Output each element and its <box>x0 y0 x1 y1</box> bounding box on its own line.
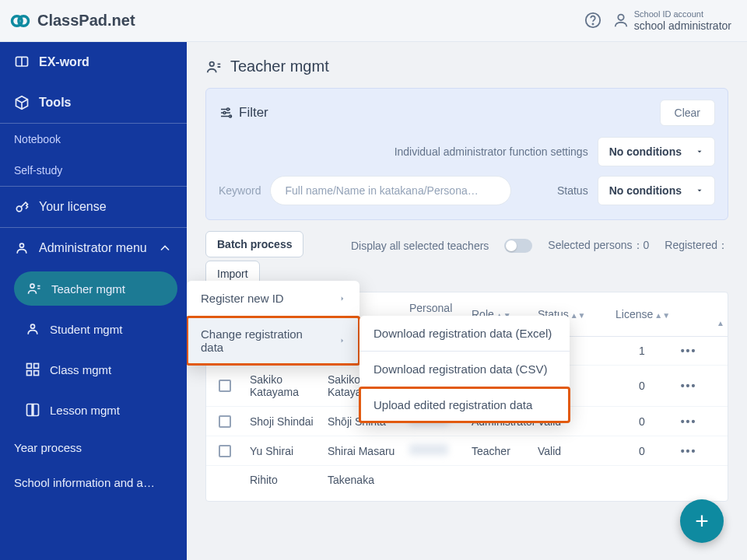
menu-item-register-new[interactable]: Register new ID <box>187 281 359 316</box>
svg-point-8 <box>30 284 34 288</box>
cell-name: Sakiko Katayama <box>245 373 323 398</box>
menu-item-upload-edited[interactable]: Upload edited registration data <box>359 387 570 422</box>
user-icon <box>14 240 30 256</box>
plus-icon: + <box>695 508 709 534</box>
row-actions-button[interactable]: ••• <box>681 380 697 392</box>
indiv-admin-select[interactable]: No conditions <box>598 137 715 166</box>
sidebar-item-tools[interactable]: Tools <box>0 82 187 124</box>
label: Lesson mgmt <box>50 404 120 417</box>
sort-icon: ▲▼ <box>570 311 586 320</box>
registered-label: Registered： <box>665 239 728 253</box>
teacher-icon <box>205 58 223 75</box>
cell-name: Yu Shirai <box>245 445 323 457</box>
cell-pid-blurred <box>409 444 448 455</box>
row-actions-button[interactable]: ••• <box>681 445 697 457</box>
svg-point-3 <box>592 24 593 25</box>
sidebar-item-lesson-mgmt[interactable]: Lesson mgmt <box>0 390 187 430</box>
key-icon <box>14 199 30 215</box>
change-registration-submenu: Download registration data (Excel) Downl… <box>359 316 570 422</box>
cell-kana: Shirai Masaru <box>323 445 405 457</box>
select-value: No conditions <box>609 184 682 197</box>
label: Change registration data <box>201 327 325 354</box>
sidebar-item-teacher-mgmt[interactable]: Teacher mgmt <box>14 271 177 306</box>
brand-logo[interactable]: ClassPad.net <box>9 10 135 32</box>
cell-role: Teacher <box>467 445 533 457</box>
account-line2: school administrator <box>634 19 731 33</box>
sidebar-item-class-mgmt[interactable]: Class mgmt <box>0 349 187 390</box>
label: School information and a… <box>14 476 155 489</box>
row-actions-button[interactable]: ••• <box>681 345 697 357</box>
display-all-toggle[interactable] <box>504 239 532 253</box>
menu-item-download-excel[interactable]: Download registration data (Excel) <box>359 316 570 351</box>
label: Year process <box>14 441 82 454</box>
cell-license: 0 <box>611 415 673 428</box>
label: Self-study <box>14 164 62 177</box>
import-submenu: Register new ID Change registration data <box>187 281 359 365</box>
caret-down-icon <box>696 187 703 194</box>
sidebar-item-student-mgmt[interactable]: Student mgmt <box>0 309 187 349</box>
sidebar-item-notebook[interactable]: Notebook <box>0 124 187 155</box>
status-label: Status <box>521 184 587 197</box>
table-row[interactable]: Yu Shirai Shirai Masaru Teacher Valid 0 … <box>206 436 728 466</box>
svg-point-6 <box>16 206 22 212</box>
row-checkbox[interactable] <box>219 415 231 428</box>
menu-item-change-registration[interactable]: Change registration data <box>187 317 359 365</box>
account-line1: School ID account <box>634 9 731 19</box>
cell-name: Shoji Shindai <box>245 415 323 428</box>
cell-license: 1 <box>611 345 673 357</box>
dictionary-icon <box>14 54 30 70</box>
placeholder: Full name/Name in katakana/Persona… <box>285 184 478 197</box>
teacher-icon <box>26 281 42 296</box>
student-icon <box>25 321 40 337</box>
keyword-label: Keyword <box>219 184 261 197</box>
svg-point-9 <box>31 324 35 328</box>
label: Your license <box>39 200 107 214</box>
batch-process-button[interactable]: Batch process <box>205 231 303 257</box>
row-checkbox[interactable] <box>219 380 231 392</box>
col-license[interactable]: License▲▼ <box>611 308 673 320</box>
sidebar-item-year-process[interactable]: Year process <box>0 430 187 465</box>
svg-point-4 <box>618 15 623 20</box>
row-actions-button[interactable]: ••• <box>681 415 697 428</box>
label: Tools <box>39 96 71 110</box>
select-value: No conditions <box>609 145 682 158</box>
grid-icon <box>25 362 40 377</box>
sidebar: EX-word Tools Notebook Self-study Your l… <box>0 42 187 560</box>
row-checkbox[interactable] <box>219 445 231 457</box>
status-select[interactable]: No conditions <box>598 176 715 205</box>
filter-panel: Filter Clear Individual administrator fu… <box>205 88 728 220</box>
svg-point-7 <box>20 243 24 247</box>
scroll-up-icon[interactable]: ▲ <box>717 319 724 327</box>
svg-point-1 <box>19 16 29 26</box>
label: Download registration data (Excel) <box>374 327 552 340</box>
page-title: Teacher mgmt <box>205 58 728 75</box>
svg-point-15 <box>227 108 230 110</box>
sidebar-item-selfstudy[interactable]: Self-study <box>0 155 187 187</box>
label: Download registration data (CSV) <box>374 362 547 376</box>
indiv-admin-label: Individual administrator function settin… <box>219 145 588 159</box>
help-icon[interactable] <box>584 12 601 29</box>
page-title-text: Teacher mgmt <box>230 58 329 75</box>
clear-button[interactable]: Clear <box>660 100 715 126</box>
chevron-right-icon <box>339 294 345 303</box>
menu-item-download-csv[interactable]: Download registration data (CSV) <box>359 352 570 387</box>
svg-point-16 <box>223 112 226 114</box>
topbar: ClassPad.net School ID account school ad… <box>0 0 747 42</box>
keyword-input[interactable]: Full name/Name in katakana/Persona… <box>270 176 511 205</box>
svg-rect-12 <box>27 371 32 376</box>
sidebar-item-exword[interactable]: EX-word <box>0 42 187 82</box>
add-button[interactable]: + <box>680 499 724 543</box>
caret-down-icon <box>696 148 703 156</box>
svg-point-14 <box>210 61 215 66</box>
account-block[interactable]: School ID account school administrator <box>612 9 731 33</box>
label: EX-word <box>39 55 89 69</box>
sidebar-item-school-info[interactable]: School information and a… <box>0 465 187 500</box>
sidebar-item-admin-menu[interactable]: Administrator menu <box>0 228 187 268</box>
cell-kana: Takenaka <box>323 474 405 486</box>
process-row: Batch process Import Display all selecte… <box>205 231 728 287</box>
svg-rect-13 <box>34 371 39 376</box>
box-icon <box>14 95 30 110</box>
table-row[interactable]: Rihito Takenaka <box>206 466 728 494</box>
sidebar-item-license[interactable]: Your license <box>0 187 187 228</box>
main-content: Teacher mgmt Filter Clear Individual adm… <box>187 42 747 560</box>
